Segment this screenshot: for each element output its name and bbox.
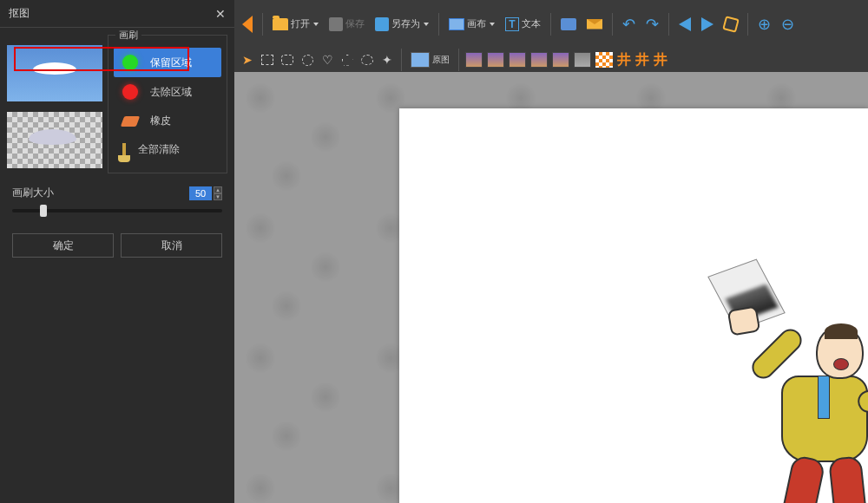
close-icon[interactable]: ✕ [215, 7, 226, 21]
spinner-down[interactable]: ▼ [214, 193, 222, 200]
brush-remove-label: 去除区域 [150, 85, 192, 100]
undo-button[interactable]: ↶ [620, 13, 638, 36]
panel-title: 抠图 [9, 6, 30, 21]
mail-button[interactable] [584, 17, 605, 31]
save-as-label: 另存为 [391, 17, 420, 30]
brush-keep-label: 保留区域 [150, 56, 192, 70]
rect-icon [261, 55, 273, 65]
grid-button-3[interactable]: 井 [654, 51, 667, 69]
brush-keep[interactable]: 保留区域 [114, 48, 221, 77]
open-label: 打开 [291, 17, 310, 30]
disk-icon [329, 17, 343, 31]
heart-icon: ♡ [322, 53, 333, 67]
print-button[interactable] [558, 16, 579, 32]
cancel-button[interactable]: 取消 [121, 233, 222, 258]
panel-header: 抠图 ✕ [0, 0, 234, 28]
brush-size-box: ▲ ▼ [189, 186, 222, 200]
print-icon [561, 18, 576, 30]
wand-icon: ✦ [382, 53, 392, 67]
grid-button-1[interactable]: 井 [617, 51, 631, 69]
round-rect-icon [281, 55, 293, 65]
canvas-icon [449, 18, 464, 30]
canvas-area[interactable] [234, 72, 868, 503]
save-label: 保存 [345, 17, 365, 30]
canvas-button[interactable]: 画布 [446, 16, 497, 32]
thumb-cutout[interactable] [7, 112, 102, 168]
lasso-tool[interactable] [359, 52, 375, 68]
separator [747, 13, 748, 36]
brush-group: 画刷 保留区域 去除区域 橡皮 全部清除 [108, 35, 227, 173]
broom-icon [122, 143, 126, 157]
ellipse-icon [302, 55, 313, 66]
ok-button[interactable]: 确定 [12, 233, 114, 258]
heart-select-tool[interactable]: ♡ [319, 52, 335, 68]
flip-horizontal-icon [679, 17, 691, 31]
canvas-label: 画布 [467, 17, 486, 30]
text-icon: T [505, 17, 519, 31]
red-dot-icon [122, 84, 138, 100]
separator [668, 13, 669, 36]
cartoon-image [686, 265, 868, 503]
rotate-button[interactable] [721, 16, 740, 33]
rect-select-tool[interactable] [260, 52, 275, 68]
dialog-buttons: 确定 取消 [0, 233, 234, 258]
separator [612, 13, 613, 36]
text-button[interactable]: T 文本 [503, 16, 543, 33]
redo-button[interactable]: ↷ [643, 13, 661, 36]
brush-size-spinner: ▲ ▼ [214, 186, 222, 200]
effect-thumb-4[interactable] [530, 52, 548, 68]
thumb-original[interactable] [7, 45, 102, 101]
brush-size-slider[interactable] [12, 209, 222, 212]
open-button[interactable]: 打开 [270, 16, 321, 32]
rotate-icon [722, 16, 740, 33]
transparency-button[interactable] [595, 52, 613, 68]
artboard[interactable] [399, 108, 868, 503]
preview-thumbs [7, 35, 104, 173]
separator [550, 13, 551, 36]
brush-size-input[interactable] [189, 186, 212, 200]
save-as-button[interactable]: 另存为 [372, 16, 431, 33]
brush-clear-label: 全部清除 [138, 142, 180, 157]
brush-eraser[interactable]: 橡皮 [114, 107, 221, 135]
effect-thumb-2[interactable] [487, 52, 504, 68]
round-rect-select-tool[interactable] [279, 52, 295, 68]
lasso-icon [361, 55, 373, 65]
brush-clear[interactable]: 全部清除 [114, 135, 221, 164]
zoom-out-button[interactable]: ⊖ [779, 13, 797, 36]
chevron-down-icon [313, 23, 319, 26]
ellipse-select-tool[interactable] [299, 52, 315, 68]
brush-size-section: 画刷大小 ▲ ▼ [0, 186, 234, 212]
text-label: 文本 [522, 17, 541, 30]
disk-icon [375, 17, 389, 31]
zoom-in-button[interactable]: ⊕ [755, 13, 773, 36]
save-button[interactable]: 保存 [326, 16, 367, 33]
grid-button-2[interactable]: 井 [635, 51, 649, 69]
polygon-select-tool[interactable] [339, 52, 355, 68]
polygon-icon [342, 55, 353, 66]
brush-eraser-label: 橡皮 [150, 114, 171, 128]
original-button[interactable]: 原图 [408, 50, 452, 69]
mail-icon [587, 19, 602, 29]
magic-wand-tool[interactable]: ✦ [379, 52, 395, 68]
zoom-out-icon: ⊖ [781, 15, 794, 34]
panel-body: 画刷 保留区域 去除区域 橡皮 全部清除 [0, 28, 234, 180]
effect-thumb-1[interactable] [465, 52, 483, 68]
green-dot-icon [122, 55, 138, 70]
brush-remove[interactable]: 去除区域 [114, 77, 221, 107]
main-toolbar: 打开 保存 另存为 画布 T 文本 ↶ ↷ [234, 0, 868, 48]
effect-thumb-3[interactable] [509, 52, 526, 68]
main-area: 打开 保存 另存为 画布 T 文本 ↶ ↷ [234, 0, 868, 503]
back-button[interactable] [240, 14, 255, 35]
slider-thumb[interactable] [40, 205, 47, 217]
pointer-tool[interactable]: ➤ [240, 52, 255, 68]
flip-h-button[interactable] [676, 16, 694, 33]
effect-thumb-5[interactable] [552, 52, 569, 68]
undo-icon: ↶ [622, 15, 635, 34]
chevron-down-icon [490, 23, 495, 26]
flip-v-button[interactable] [699, 16, 716, 33]
folder-icon [273, 18, 288, 30]
chevron-left-icon [242, 16, 253, 33]
effect-thumb-6[interactable] [574, 52, 591, 68]
spinner-up[interactable]: ▲ [214, 186, 222, 193]
flip-vertical-icon [701, 17, 713, 31]
